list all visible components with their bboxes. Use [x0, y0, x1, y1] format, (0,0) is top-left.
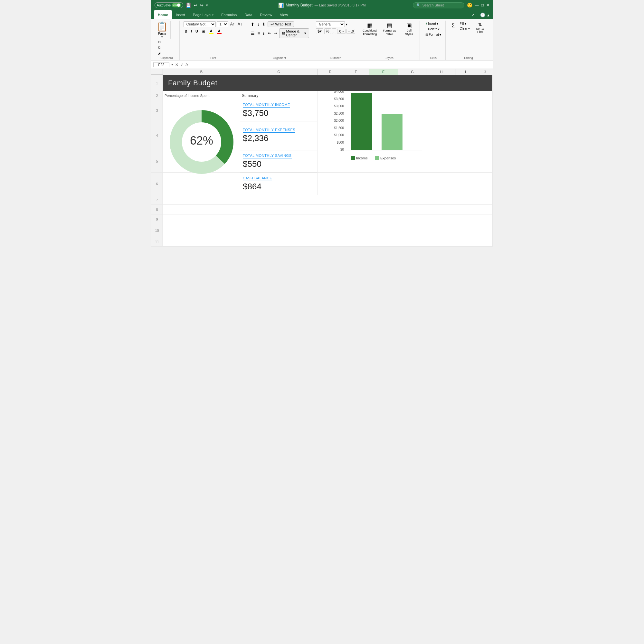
increase-decimal-button[interactable]: ←.0 — [346, 29, 355, 34]
row5-d-cell — [317, 150, 343, 172]
row5-c-savings[interactable]: TOTAL MONTHLY SAVINGS $550 — [240, 150, 317, 172]
autosave-badge[interactable]: AutoSave ON — [155, 2, 183, 8]
insert-button[interactable]: + Insert ▾ — [424, 21, 443, 26]
fill-button[interactable]: Fill ▾ — [458, 21, 471, 26]
number-format-select[interactable]: General — [316, 21, 345, 27]
bold-button[interactable]: B — [184, 29, 189, 33]
decrease-font-icon[interactable]: A↓ — [237, 22, 243, 27]
delete-button[interactable]: − Delete ▾ — [424, 27, 443, 32]
font-color-button[interactable]: A — [216, 29, 223, 34]
title-cell[interactable]: Family Budget — [163, 75, 493, 91]
cut-icon: ✂ — [158, 40, 161, 44]
tab-review[interactable]: Review — [256, 10, 276, 19]
autosave-toggle[interactable]: ON — [172, 3, 181, 7]
tab-formulas[interactable]: Formulas — [217, 10, 241, 19]
font-name-select[interactable]: Century Got... — [184, 21, 216, 27]
minimize-icon[interactable]: — — [475, 3, 479, 7]
ribbon-minimize-icon[interactable]: ▲ — [487, 13, 490, 17]
merge-dropdown-icon[interactable]: ▾ — [304, 31, 306, 35]
number-format-dropdown[interactable]: ▾ — [346, 23, 347, 26]
history-icon[interactable]: 🕐 — [480, 13, 485, 17]
conditional-formatting-button[interactable]: ▦ ConditionalFormatting — [362, 21, 378, 37]
row6-c-balance[interactable]: CASH BALANCE $864 — [240, 173, 317, 195]
col-header-h[interactable]: H — [427, 69, 456, 75]
format-as-table-label: Format as Table — [382, 29, 398, 36]
format-painter-button[interactable]: 🖌 — [156, 51, 163, 56]
underline-button[interactable]: U — [194, 29, 199, 33]
font-size-select[interactable]: 11 — [217, 21, 228, 27]
save-icon[interactable]: 💾 — [186, 3, 191, 8]
cell-styles-icon: ▣ — [406, 22, 412, 29]
col-header-j[interactable]: J — [475, 69, 493, 75]
align-right-icon[interactable]: ⫾ — [262, 31, 266, 36]
ribbon-content: 📋 Paste ▾ ✂ ⧉ 🖌 Clipboard Century Got...… — [151, 19, 493, 61]
tab-pagelayout[interactable]: Page Layout — [189, 10, 218, 19]
cell-reference-box[interactable] — [153, 62, 169, 67]
comma-button[interactable]: , — [332, 28, 336, 34]
increase-indent-icon[interactable]: ⇥ — [273, 31, 278, 36]
paste-dropdown[interactable]: ▾ — [161, 35, 163, 39]
sort-filter-button[interactable]: ⇅ Sort & Filter — [473, 21, 488, 34]
autosum-button[interactable]: Σ — [450, 21, 457, 30]
row-num-5: 5 — [151, 150, 163, 172]
row-2: 2 Percentage of Income Spent Summary — [151, 91, 493, 100]
increase-font-icon[interactable]: A↑ — [229, 22, 236, 27]
row2-chart-cell — [369, 91, 493, 100]
tab-home[interactable]: Home — [154, 10, 172, 19]
wrap-text-button[interactable]: ⮐ Wrap Text — [268, 21, 294, 27]
col-header-f[interactable]: F — [369, 69, 398, 75]
format-button[interactable]: ⊟ Format ▾ — [424, 32, 443, 37]
wrap-text-label: Wrap Text — [275, 22, 291, 26]
redo-icon[interactable]: ↪ — [200, 3, 204, 8]
format-dropdown[interactable]: ▾ — [440, 33, 441, 36]
percent-button[interactable]: % — [324, 28, 331, 34]
align-middle-icon[interactable]: ↕ — [256, 22, 260, 27]
decrease-decimal-button[interactable]: .0→ — [337, 29, 346, 34]
undo-icon[interactable]: ↩ — [194, 3, 197, 8]
copy-button[interactable]: ⧉ — [156, 45, 163, 50]
clear-button[interactable]: Clear ▾ — [458, 26, 471, 31]
border-button[interactable]: ⊞ — [200, 28, 207, 34]
tab-insert[interactable]: Insert — [172, 10, 189, 19]
align-center-icon[interactable]: ≡ — [257, 31, 261, 36]
search-box[interactable]: 🔍 Search Sheet — [413, 2, 464, 8]
col-header-i[interactable]: I — [456, 69, 475, 75]
customize-icon[interactable]: ▾ — [206, 3, 208, 7]
row-9: 9 — [151, 214, 493, 224]
align-top-icon[interactable]: ⬆ — [250, 22, 255, 27]
row-num-1: 1 — [151, 75, 163, 91]
savings-value: $550 — [243, 159, 261, 169]
insert-dropdown[interactable]: ▾ — [437, 22, 438, 25]
italic-button[interactable]: I — [190, 29, 193, 33]
cell-styles-button[interactable]: ▣ Cell Styles — [401, 21, 417, 37]
tab-view[interactable]: View — [276, 10, 292, 19]
fill-color-button[interactable]: A — [208, 29, 215, 34]
cancel-entry-icon[interactable]: ✕ — [175, 62, 178, 67]
currency-button[interactable]: $▾ — [316, 28, 323, 34]
format-as-table-button[interactable]: ▤ Format as Table — [380, 21, 399, 37]
col-header-e[interactable]: E — [343, 69, 369, 75]
row4-c-expenses[interactable]: TOTAL MONTHLY EXPENSES $2,336 — [240, 121, 317, 150]
decrease-indent-icon[interactable]: ⇤ — [267, 31, 272, 36]
tab-data[interactable]: Data — [241, 10, 256, 19]
align-bottom-icon[interactable]: ⬇ — [261, 22, 267, 27]
row2-b-cell[interactable]: Percentage of Income Spent — [163, 91, 240, 100]
cut-button[interactable]: ✂ — [156, 40, 163, 44]
merge-center-button[interactable]: ⊡ Merge & Center ▾ — [279, 28, 309, 38]
formula-input[interactable] — [190, 62, 491, 67]
col-header-g[interactable]: G — [398, 69, 427, 75]
formula-expand-icon[interactable]: ▾ — [171, 62, 173, 67]
delete-dropdown[interactable]: ▾ — [438, 27, 440, 31]
share-button[interactable]: ↗ — [468, 12, 479, 18]
row3-c-income[interactable]: TOTAL MONTHLY INCOME $3,750 — [240, 100, 317, 121]
close-icon[interactable]: ✕ — [486, 3, 489, 7]
maximize-icon[interactable]: □ — [481, 3, 484, 7]
paste-button[interactable]: 📋 Paste ▾ — [156, 21, 171, 39]
row6-e-cell — [343, 173, 369, 195]
col-header-c[interactable]: C — [240, 69, 317, 75]
col-header-d[interactable]: D — [317, 69, 343, 75]
col-header-b[interactable]: B — [163, 69, 240, 75]
confirm-entry-icon[interactable]: ✓ — [180, 62, 184, 67]
row2-c-cell[interactable]: Summary — [240, 91, 317, 100]
align-left-icon[interactable]: ☰ — [250, 31, 256, 36]
